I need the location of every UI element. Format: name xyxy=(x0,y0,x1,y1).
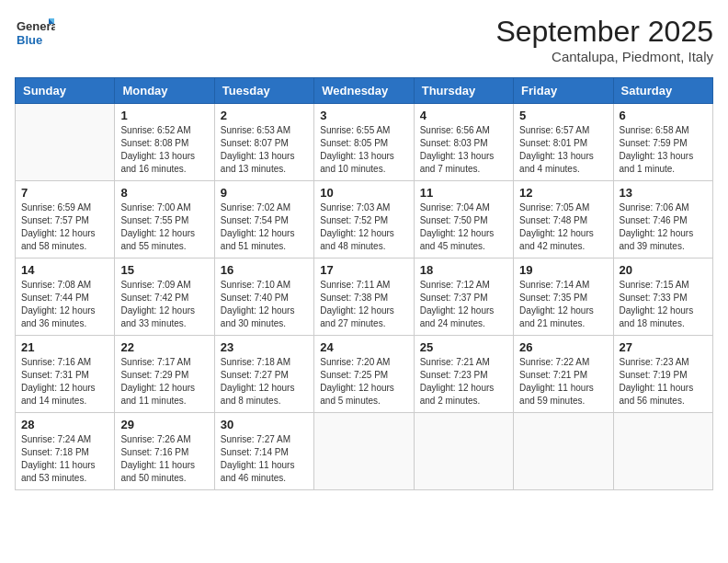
calendar: SundayMondayTuesdayWednesdayThursdayFrid… xyxy=(15,77,713,490)
day-number: 24 xyxy=(320,340,407,354)
day-info: Sunrise: 7:27 AMSunset: 7:14 PMDaylight:… xyxy=(221,433,308,485)
calendar-cell: 6Sunrise: 6:58 AMSunset: 7:59 PMDaylight… xyxy=(613,104,712,181)
day-info: Sunrise: 6:56 AMSunset: 8:03 PMDaylight:… xyxy=(420,124,507,176)
calendar-cell: 5Sunrise: 6:57 AMSunset: 8:01 PMDaylight… xyxy=(514,104,613,181)
day-number: 7 xyxy=(21,186,108,200)
day-info: Sunrise: 7:18 AMSunset: 7:27 PMDaylight:… xyxy=(221,356,308,408)
calendar-week-row: 14Sunrise: 7:08 AMSunset: 7:44 PMDayligh… xyxy=(16,259,713,336)
calendar-cell: 1Sunrise: 6:52 AMSunset: 8:08 PMDaylight… xyxy=(115,104,214,181)
day-number: 10 xyxy=(320,186,407,200)
day-number: 15 xyxy=(120,263,208,277)
calendar-cell: 24Sunrise: 7:20 AMSunset: 7:25 PMDayligh… xyxy=(314,336,414,413)
calendar-cell: 13Sunrise: 7:06 AMSunset: 7:46 PMDayligh… xyxy=(613,181,712,259)
calendar-cell: 27Sunrise: 7:23 AMSunset: 7:19 PMDayligh… xyxy=(613,336,712,413)
calendar-cell: 21Sunrise: 7:16 AMSunset: 7:31 PMDayligh… xyxy=(16,336,115,413)
day-number: 27 xyxy=(620,340,707,354)
day-info: Sunrise: 7:05 AMSunset: 7:48 PMDaylight:… xyxy=(519,201,607,253)
svg-text:Blue: Blue xyxy=(17,33,42,47)
calendar-cell: 25Sunrise: 7:21 AMSunset: 7:23 PMDayligh… xyxy=(414,336,513,413)
day-info: Sunrise: 7:22 AMSunset: 7:21 PMDaylight:… xyxy=(519,356,607,408)
calendar-cell: 15Sunrise: 7:09 AMSunset: 7:42 PMDayligh… xyxy=(115,259,214,336)
day-info: Sunrise: 7:09 AMSunset: 7:42 PMDaylight:… xyxy=(120,279,208,330)
day-info: Sunrise: 6:52 AMSunset: 8:08 PMDaylight:… xyxy=(120,124,208,176)
calendar-cell: 14Sunrise: 7:08 AMSunset: 7:44 PMDayligh… xyxy=(16,259,115,336)
day-info: Sunrise: 7:06 AMSunset: 7:46 PMDaylight:… xyxy=(620,201,707,253)
calendar-week-row: 28Sunrise: 7:24 AMSunset: 7:18 PMDayligh… xyxy=(16,413,713,490)
day-info: Sunrise: 7:14 AMSunset: 7:35 PMDaylight:… xyxy=(519,279,607,330)
weekday-header-row: SundayMondayTuesdayWednesdayThursdayFrid… xyxy=(16,78,713,104)
calendar-cell: 7Sunrise: 6:59 AMSunset: 7:57 PMDaylight… xyxy=(16,181,115,259)
calendar-cell xyxy=(613,413,712,490)
header: General Blue September 2025 Cantalupa, P… xyxy=(15,15,713,68)
day-info: Sunrise: 7:04 AMSunset: 7:50 PMDaylight:… xyxy=(420,201,507,253)
calendar-cell: 8Sunrise: 7:00 AMSunset: 7:55 PMDaylight… xyxy=(115,181,214,259)
day-number: 3 xyxy=(320,109,407,122)
day-info: Sunrise: 7:21 AMSunset: 7:23 PMDaylight:… xyxy=(420,356,507,408)
calendar-cell: 26Sunrise: 7:22 AMSunset: 7:21 PMDayligh… xyxy=(514,336,613,413)
day-number: 19 xyxy=(519,263,607,277)
day-number: 1 xyxy=(120,109,208,122)
day-info: Sunrise: 6:58 AMSunset: 7:59 PMDaylight:… xyxy=(620,124,707,176)
calendar-cell: 3Sunrise: 6:55 AMSunset: 8:05 PMDaylight… xyxy=(314,104,414,181)
day-info: Sunrise: 7:02 AMSunset: 7:54 PMDaylight:… xyxy=(221,201,308,253)
day-info: Sunrise: 6:53 AMSunset: 8:07 PMDaylight:… xyxy=(221,124,308,176)
day-info: Sunrise: 6:59 AMSunset: 7:57 PMDaylight:… xyxy=(21,201,108,253)
calendar-cell: 19Sunrise: 7:14 AMSunset: 7:35 PMDayligh… xyxy=(514,259,613,336)
calendar-cell: 22Sunrise: 7:17 AMSunset: 7:29 PMDayligh… xyxy=(115,336,214,413)
day-number: 20 xyxy=(620,263,707,277)
calendar-cell: 10Sunrise: 7:03 AMSunset: 7:52 PMDayligh… xyxy=(314,181,414,259)
logo: General Blue xyxy=(15,15,55,55)
day-number: 16 xyxy=(221,263,308,277)
calendar-cell: 4Sunrise: 6:56 AMSunset: 8:03 PMDaylight… xyxy=(414,104,513,181)
calendar-cell xyxy=(16,104,115,181)
day-number: 8 xyxy=(120,186,208,200)
day-number: 23 xyxy=(221,340,308,354)
calendar-cell xyxy=(314,413,414,490)
day-number: 22 xyxy=(120,340,208,354)
calendar-cell: 23Sunrise: 7:18 AMSunset: 7:27 PMDayligh… xyxy=(214,336,313,413)
day-info: Sunrise: 7:16 AMSunset: 7:31 PMDaylight:… xyxy=(21,356,108,408)
calendar-week-row: 1Sunrise: 6:52 AMSunset: 8:08 PMDaylight… xyxy=(16,104,713,181)
calendar-cell: 30Sunrise: 7:27 AMSunset: 7:14 PMDayligh… xyxy=(214,413,313,490)
calendar-week-row: 7Sunrise: 6:59 AMSunset: 7:57 PMDaylight… xyxy=(16,181,713,259)
day-info: Sunrise: 7:08 AMSunset: 7:44 PMDaylight:… xyxy=(21,279,108,330)
day-number: 21 xyxy=(21,340,108,354)
month-title: September 2025 xyxy=(495,15,713,49)
calendar-cell: 17Sunrise: 7:11 AMSunset: 7:38 PMDayligh… xyxy=(314,259,414,336)
calendar-cell: 9Sunrise: 7:02 AMSunset: 7:54 PMDaylight… xyxy=(214,181,313,259)
calendar-cell: 20Sunrise: 7:15 AMSunset: 7:33 PMDayligh… xyxy=(613,259,712,336)
day-info: Sunrise: 7:24 AMSunset: 7:18 PMDaylight:… xyxy=(21,433,108,485)
day-info: Sunrise: 7:23 AMSunset: 7:19 PMDaylight:… xyxy=(620,356,707,408)
logo-graphic: General Blue xyxy=(15,15,55,55)
day-info: Sunrise: 7:15 AMSunset: 7:33 PMDaylight:… xyxy=(620,279,707,330)
day-number: 17 xyxy=(320,263,407,277)
day-number: 28 xyxy=(21,418,108,431)
calendar-week-row: 21Sunrise: 7:16 AMSunset: 7:31 PMDayligh… xyxy=(16,336,713,413)
day-number: 13 xyxy=(620,186,707,200)
weekday-header-thursday: Thursday xyxy=(414,78,513,104)
calendar-cell: 18Sunrise: 7:12 AMSunset: 7:37 PMDayligh… xyxy=(414,259,513,336)
weekday-header-wednesday: Wednesday xyxy=(314,78,414,104)
day-number: 29 xyxy=(120,418,208,431)
calendar-cell: 29Sunrise: 7:26 AMSunset: 7:16 PMDayligh… xyxy=(115,413,214,490)
weekday-header-saturday: Saturday xyxy=(613,78,712,104)
weekday-header-friday: Friday xyxy=(514,78,613,104)
day-number: 5 xyxy=(519,109,607,122)
day-number: 30 xyxy=(221,418,308,431)
calendar-cell: 2Sunrise: 6:53 AMSunset: 8:07 PMDaylight… xyxy=(214,104,313,181)
day-info: Sunrise: 7:03 AMSunset: 7:52 PMDaylight:… xyxy=(320,201,407,253)
day-number: 12 xyxy=(519,186,607,200)
day-info: Sunrise: 7:17 AMSunset: 7:29 PMDaylight:… xyxy=(120,356,208,408)
day-number: 26 xyxy=(519,340,607,354)
day-info: Sunrise: 7:00 AMSunset: 7:55 PMDaylight:… xyxy=(120,201,208,253)
day-info: Sunrise: 7:20 AMSunset: 7:25 PMDaylight:… xyxy=(320,356,407,408)
weekday-header-tuesday: Tuesday xyxy=(214,78,313,104)
day-number: 18 xyxy=(420,263,507,277)
calendar-cell: 28Sunrise: 7:24 AMSunset: 7:18 PMDayligh… xyxy=(16,413,115,490)
day-info: Sunrise: 6:57 AMSunset: 8:01 PMDaylight:… xyxy=(519,124,607,176)
weekday-header-sunday: Sunday xyxy=(16,78,115,104)
title-block: September 2025 Cantalupa, Piedmont, Ital… xyxy=(495,15,713,64)
calendar-cell xyxy=(414,413,513,490)
day-info: Sunrise: 7:11 AMSunset: 7:38 PMDaylight:… xyxy=(320,279,407,330)
day-number: 6 xyxy=(620,109,707,122)
